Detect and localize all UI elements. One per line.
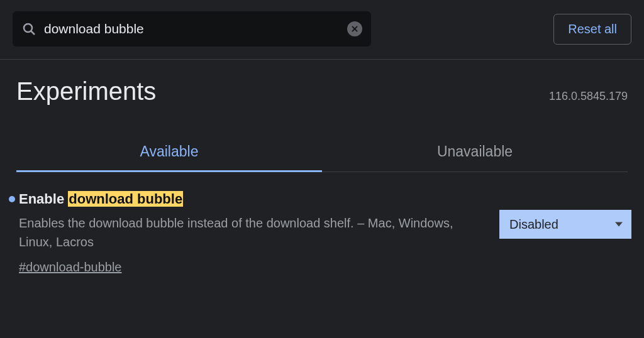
search-icon [21,21,36,36]
flag-select-wrap[interactable]: Disabled [499,210,631,239]
clear-search-icon[interactable] [347,21,362,36]
tab-available[interactable]: Available [16,134,322,172]
tabs: Available Unavailable [16,134,628,172]
svg-line-1 [31,31,35,35]
flag-item: Enable download bubble Enables the downl… [0,172,644,275]
reset-all-button[interactable]: Reset all [553,14,631,45]
header-row: Experiments 116.0.5845.179 [0,60,644,112]
flag-left: Enable download bubble Enables the downl… [9,191,487,275]
flag-control: Disabled [499,191,631,275]
override-indicator-icon [9,196,15,202]
search-box[interactable] [13,11,371,46]
flag-content: Enable download bubble Enables the downl… [19,191,487,275]
tab-unavailable[interactable]: Unavailable [322,134,628,172]
flag-title: Enable download bubble [19,191,183,207]
flag-description: Enables the download bubble instead of t… [19,214,472,251]
flag-title-prefix: Enable [19,191,68,207]
search-input[interactable] [44,21,347,36]
svg-point-0 [24,24,32,32]
version-text: 116.0.5845.179 [549,90,628,103]
flag-select[interactable]: Disabled [499,210,631,239]
flag-id-link[interactable]: #download-bubble [19,260,121,275]
top-bar: Reset all [0,0,644,58]
page-title: Experiments [16,77,156,106]
flag-title-highlight: download bubble [68,191,183,207]
